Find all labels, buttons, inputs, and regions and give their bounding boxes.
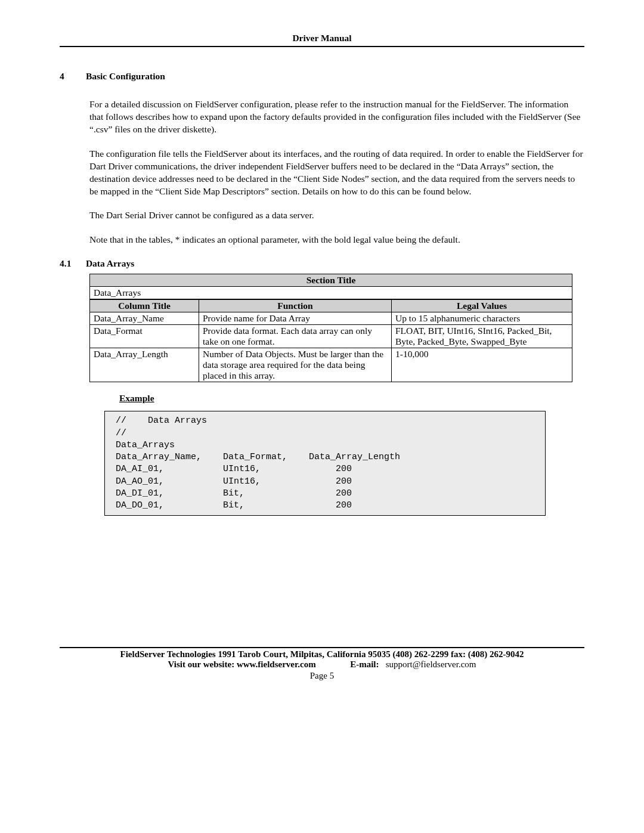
table-row: Data_Array_Length Number of Data Objects…: [90, 348, 572, 382]
paragraph-4: Note that in the tables, * indicates an …: [89, 234, 584, 246]
table-cell: Provide name for Data Array: [199, 312, 392, 325]
table-cell: Data_Array_Name: [90, 312, 199, 325]
config-table-main: Column Title Function Legal Values Data_…: [89, 299, 572, 382]
table-cell: Up to 15 alphanumeric characters: [392, 312, 572, 325]
footer-address: FieldServer Technologies 1991 Tarob Cour…: [60, 649, 584, 659]
paragraph-2: The configuration file tells the FieldSe…: [89, 148, 584, 198]
section-title: Basic Configuration: [86, 71, 165, 81]
example-label: Example: [119, 393, 584, 404]
table-row: Data_Array_Name Provide name for Data Ar…: [90, 312, 572, 325]
table-row: Data_Format Provide data format. Each da…: [90, 325, 572, 348]
footer-website: www.fieldserver.com: [237, 659, 316, 669]
table-cell: FLOAT, BIT, UInt16, SInt16, Packed_Bit, …: [392, 325, 572, 348]
footer-contact-line: Visit our website: www.fieldserver.com E…: [60, 659, 584, 670]
table-cell: Provide data format. Each data array can…: [199, 325, 392, 348]
table-header-function: Function: [199, 300, 392, 312]
table-header-column-title: Column Title: [90, 300, 199, 312]
footer-website-label: Visit our website:: [168, 659, 237, 669]
page-header-title: Driver Manual: [60, 33, 584, 47]
page-footer: FieldServer Technologies 1991 Tarob Cour…: [60, 647, 584, 670]
subsection-title: Data Arrays: [86, 258, 134, 268]
page-number: Page 5: [60, 671, 584, 681]
table-cell: Data_Format: [90, 325, 199, 348]
example-code-block: // Data Arrays // Data_Arrays Data_Array…: [104, 411, 546, 516]
paragraph-3: The Dart Serial Driver cannot be configu…: [89, 209, 584, 222]
table-header-legal-values: Legal Values: [392, 300, 572, 312]
footer-email: [381, 659, 386, 669]
table-section-title-header: Section Title: [90, 274, 572, 287]
paragraph-1: For a detailed discussion on FieldServer…: [89, 98, 584, 136]
table-cell: 1-10,000: [392, 348, 572, 382]
section-heading: 4 Basic Configuration: [60, 71, 584, 82]
footer-email-value: support@fieldserver.com: [386, 659, 476, 669]
footer-email-label: E-mail:: [350, 659, 379, 669]
section-number: 4: [60, 71, 83, 82]
table-cell: Data_Array_Length: [90, 348, 199, 382]
subsection-number: 4.1: [60, 258, 83, 269]
config-table: Section Title Data_Arrays: [89, 274, 572, 299]
table-cell: Number of Data Objects. Must be larger t…: [199, 348, 392, 382]
subsection-heading: 4.1 Data Arrays: [60, 258, 584, 269]
table-section-title-value: Data_Arrays: [90, 287, 572, 299]
